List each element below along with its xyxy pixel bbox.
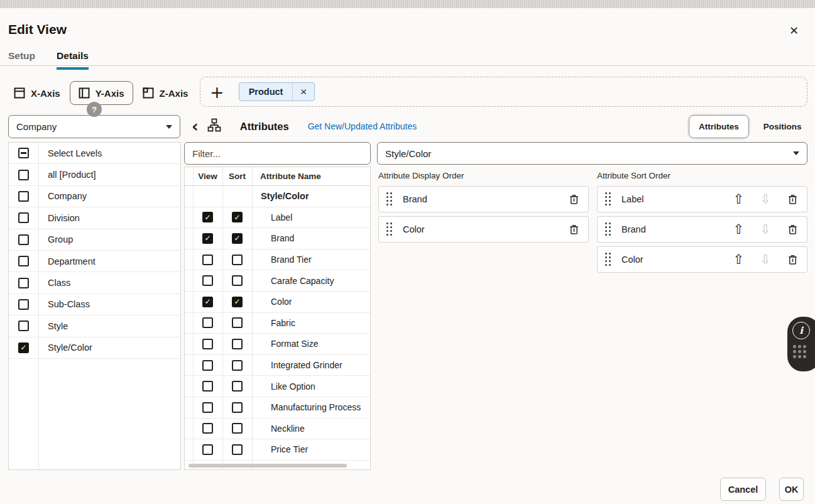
level-hierarchy-dropdown[interactable]: Company: [8, 115, 180, 138]
table-row[interactable]: Fabric: [185, 313, 370, 334]
level-checkbox[interactable]: [18, 234, 29, 245]
drag-handle-icon[interactable]: [605, 192, 612, 207]
table-row[interactable]: Brand: [185, 228, 370, 249]
trash-icon[interactable]: [568, 194, 580, 205]
attribute-group-dropdown[interactable]: Style/Color: [377, 142, 807, 165]
cancel-button[interactable]: Cancel: [720, 478, 766, 501]
sort-checkbox[interactable]: [232, 297, 243, 307]
display-order-item[interactable]: Brand: [378, 186, 589, 212]
hierarchy-tree-icon[interactable]: [207, 118, 221, 134]
sort-order-item[interactable]: Label ⇧ ⇩: [597, 186, 807, 212]
table-row[interactable]: Neckline: [185, 419, 370, 440]
toggle-attributes-button[interactable]: Attributes: [689, 115, 749, 138]
level-checkbox[interactable]: [18, 278, 29, 288]
move-down-icon[interactable]: ⇩: [760, 253, 771, 266]
move-up-icon[interactable]: ⇧: [733, 223, 745, 236]
ok-button[interactable]: OK: [779, 478, 804, 501]
sort-checkbox[interactable]: [232, 402, 243, 413]
move-up-icon[interactable]: ⇧: [733, 253, 745, 266]
drag-handle-icon[interactable]: [605, 222, 612, 237]
z-axis-button[interactable]: Z-Axis: [139, 87, 192, 99]
list-item[interactable]: Group: [9, 229, 180, 251]
view-checkbox[interactable]: [202, 381, 213, 392]
close-icon[interactable]: ✕: [789, 24, 799, 37]
view-checkbox[interactable]: [202, 317, 213, 328]
sort-checkbox[interactable]: [232, 423, 243, 434]
sort-checkbox[interactable]: [232, 233, 243, 244]
x-axis-button[interactable]: X-Axis: [10, 87, 64, 99]
drag-handle-icon[interactable]: [386, 192, 393, 207]
filter-input[interactable]: [184, 142, 371, 165]
view-checkbox[interactable]: [202, 444, 213, 455]
sort-checkbox[interactable]: [232, 444, 243, 455]
trash-icon[interactable]: [787, 254, 799, 266]
hierarchy-chip-product[interactable]: Product ✕: [239, 82, 315, 101]
floating-help-widget[interactable]: i: [787, 317, 815, 371]
drag-handle-icon[interactable]: [386, 222, 393, 237]
table-row[interactable]: Brand Tier: [185, 249, 370, 271]
table-row[interactable]: Price Tier: [185, 439, 370, 461]
view-checkbox[interactable]: [202, 255, 213, 265]
drag-handle-icon[interactable]: [605, 253, 612, 267]
view-checkbox[interactable]: [202, 275, 213, 286]
table-row[interactable]: Style/Color: [185, 186, 370, 207]
move-up-icon[interactable]: ⇧: [733, 193, 745, 206]
list-item[interactable]: Department: [9, 251, 180, 272]
level-checkbox[interactable]: [18, 299, 29, 310]
move-down-icon[interactable]: ⇩: [760, 193, 771, 206]
view-checkbox[interactable]: [202, 423, 213, 434]
table-row[interactable]: Format Size: [185, 334, 370, 355]
table-row[interactable]: Manufacturing Process: [185, 397, 370, 419]
list-item[interactable]: Company: [9, 186, 180, 207]
sort-checkbox[interactable]: [232, 212, 243, 222]
toggle-positions-button[interactable]: Positions: [754, 116, 811, 138]
info-icon[interactable]: i: [792, 322, 810, 339]
add-hierarchy-button[interactable]: +: [210, 84, 224, 101]
tab-details[interactable]: Details: [57, 50, 89, 70]
level-checkbox[interactable]: [18, 342, 29, 353]
list-item[interactable]: Division: [9, 207, 180, 229]
level-checkbox[interactable]: [18, 256, 29, 266]
table-row[interactable]: Like Option: [185, 376, 370, 397]
get-updated-attributes-link[interactable]: Get New/Updated Attributes: [308, 121, 417, 131]
table-row[interactable]: Color: [185, 292, 370, 313]
display-order-item[interactable]: Color: [378, 216, 589, 243]
level-checkbox[interactable]: [18, 148, 29, 158]
level-checkbox[interactable]: [18, 191, 29, 202]
move-down-icon[interactable]: ⇩: [760, 223, 771, 236]
view-checkbox[interactable]: [202, 339, 213, 349]
view-checkbox[interactable]: [202, 360, 213, 371]
level-checkbox[interactable]: [18, 212, 29, 223]
y-axis-button[interactable]: Y-Axis: [70, 81, 133, 105]
trash-icon[interactable]: [568, 224, 580, 236]
list-item[interactable]: Sub-Class: [9, 294, 180, 315]
tab-setup[interactable]: Setup: [8, 50, 35, 70]
list-item[interactable]: Style: [9, 315, 180, 337]
sort-checkbox[interactable]: [232, 381, 243, 392]
horizontal-scrollbar[interactable]: [189, 464, 347, 468]
trash-icon[interactable]: [787, 224, 799, 236]
list-item[interactable]: all [Product]: [9, 164, 180, 185]
trash-icon[interactable]: [787, 194, 799, 205]
back-chevron-icon[interactable]: ‹: [192, 120, 199, 133]
level-checkbox[interactable]: [18, 320, 29, 331]
sort-order-item[interactable]: Brand ⇧ ⇩: [597, 216, 807, 243]
list-item[interactable]: Class: [9, 272, 180, 293]
table-row[interactable]: Integrated Grinder: [185, 355, 370, 376]
view-checkbox[interactable]: [202, 402, 213, 413]
chip-remove-icon[interactable]: ✕: [293, 83, 314, 101]
list-item[interactable]: Select Levels: [9, 143, 180, 164]
sort-checkbox[interactable]: [232, 317, 243, 328]
app-grid-icon[interactable]: [793, 345, 806, 358]
help-question-badge[interactable]: ?: [87, 102, 102, 117]
sort-checkbox[interactable]: [232, 360, 243, 371]
table-row[interactable]: Label: [185, 207, 370, 229]
sort-checkbox[interactable]: [232, 255, 243, 265]
view-checkbox[interactable]: [202, 212, 213, 222]
view-checkbox[interactable]: [202, 297, 213, 307]
sort-checkbox[interactable]: [232, 339, 243, 349]
view-checkbox[interactable]: [202, 233, 213, 244]
level-checkbox[interactable]: [18, 170, 29, 180]
hierarchy-chip-dropzone[interactable]: + Product ✕: [200, 77, 807, 107]
sort-order-item[interactable]: Color ⇧ ⇩: [597, 246, 807, 273]
